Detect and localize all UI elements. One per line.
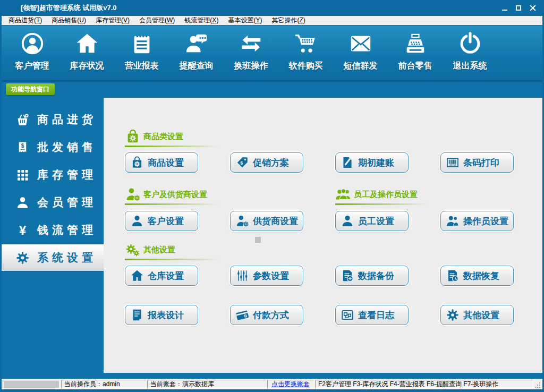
menu-item-cash-flow-management[interactable]: 钱流管理(X) xyxy=(180,16,223,25)
feature-button-row: 客户设置供货商设置员工设置操作员设置 xyxy=(125,211,542,231)
section-header-customer-supplier-settings: 客户及供货商设置 xyxy=(125,186,303,205)
sidebar-item-label: 系统设置 xyxy=(37,250,97,265)
toolbar: 客户管理库存状况营业报表提醒查询换班操作软件购买短信群发前台零售退出系统 xyxy=(2,25,542,82)
menu-item-hotkey: Y xyxy=(256,16,260,24)
feature-button-row: 报表设计付款方式查看日志其他设置 xyxy=(125,305,542,325)
maximize-icon[interactable] xyxy=(516,5,521,11)
menu-item-label: 基本设置 xyxy=(228,16,253,24)
feature-button-label: 条码打印 xyxy=(463,157,499,169)
toolbar-item-exit-system[interactable]: 退出系统 xyxy=(443,31,497,72)
toolbar-item-label: 提醒查询 xyxy=(180,61,214,72)
section-header-goods-category-settings: 商品类设置 xyxy=(125,129,303,147)
envelope-icon xyxy=(348,31,373,56)
toolbar-item-label: 换班操作 xyxy=(234,61,268,72)
main-content: 商品类设置商品设置$促销方案期初建账98758条码打印客户及供货商设置员工及操作… xyxy=(104,98,542,373)
status-blank-panel xyxy=(3,380,60,389)
person-gear-icon xyxy=(125,186,141,202)
nav-panel-tab: 功能导航窗口 xyxy=(6,83,55,95)
feature-button-data-restore[interactable]: 数据恢复 xyxy=(440,266,514,286)
feature-button-barcode-print[interactable]: 98758条码打印 xyxy=(440,152,514,173)
toolbar-item-label: 客户管理 xyxy=(15,61,49,72)
feature-button-label: 其他设置 xyxy=(463,309,499,321)
menu-item-other-operations[interactable]: 其它操作(Z) xyxy=(267,16,310,25)
price-tag-icon: $ xyxy=(235,156,249,169)
feature-button-other-settings[interactable]: 其他设置 xyxy=(440,305,514,325)
toolbar-item-shift-change[interactable]: 换班操作 xyxy=(224,31,278,72)
feature-button-view-log[interactable]: 查看日志 xyxy=(335,305,409,325)
section-header-row: 商品类设置 xyxy=(125,129,542,147)
home-icon xyxy=(130,269,144,283)
menu-item-member-management[interactable]: 会员管理(W) xyxy=(134,16,180,25)
feature-button-data-backup[interactable]: 数据备份 xyxy=(335,266,409,286)
resize-grip-icon[interactable] xyxy=(534,380,541,389)
section-title: 其他设置 xyxy=(143,245,175,255)
feature-button-parameter-settings[interactable]: 参数设置 xyxy=(230,266,303,286)
toolbar-item-business-report[interactable]: 营业报表 xyxy=(114,31,169,72)
switch-account-link[interactable]: 点击更换账套 xyxy=(271,380,310,389)
person-circle-icon xyxy=(20,31,45,56)
pen-document-icon xyxy=(341,156,354,169)
swap-arrows-icon xyxy=(239,31,264,56)
splitter-grip xyxy=(255,237,261,243)
feature-button-warehouse-settings[interactable]: 仓库设置 xyxy=(125,266,198,286)
menu-item-goods-sales[interactable]: 商品销售(U) xyxy=(47,16,91,25)
menu-item-hotkey: X xyxy=(212,16,216,24)
sidebar-item-system-settings[interactable]: 系统设置 xyxy=(2,244,104,271)
notepad-icon xyxy=(130,31,154,56)
toolbar-item-sms-broadcast[interactable]: 短信群发 xyxy=(333,31,388,72)
minimize-icon[interactable] xyxy=(502,5,507,11)
person-icon xyxy=(15,195,30,210)
menu-item-hotkey: T xyxy=(36,16,40,24)
section-header-employee-operator-settings: 员工及操作员设置 xyxy=(335,186,514,205)
menu-item-basic-settings[interactable]: 基本设置(Y) xyxy=(223,16,267,25)
sliders-icon xyxy=(235,269,249,283)
toolbar-item-software-purchase[interactable]: 软件购买 xyxy=(278,31,333,72)
toolbar-item-inventory-status[interactable]: 库存状况 xyxy=(60,31,114,72)
person-icon xyxy=(130,214,144,228)
feature-button-label: 客户设置 xyxy=(148,215,184,227)
close-icon[interactable] xyxy=(530,5,536,11)
feature-button-initial-accounts[interactable]: 期初建账 xyxy=(335,152,409,173)
status-hotkeys: F2客户管理 F3-库存状况 F4-营业报表 F6-提醒查询 F7-换班操作 xyxy=(315,380,533,389)
feature-button-supplier-settings[interactable]: 供货商设置 xyxy=(230,211,303,231)
feature-button-report-design[interactable]: 报表设计 xyxy=(125,305,198,325)
gear-icon xyxy=(446,308,460,322)
toolbar-item-pos-retail[interactable]: 前台零售 xyxy=(388,31,443,72)
feature-button-promotion-plan[interactable]: $促销方案 xyxy=(230,152,303,173)
feature-button-payment-method[interactable]: 付款方式 xyxy=(230,305,303,325)
window-controls xyxy=(502,5,536,11)
feature-button-operator-settings[interactable]: 操作员设置 xyxy=(440,211,514,231)
feature-button-goods-settings[interactable]: 商品设置 xyxy=(125,152,198,173)
section-header-row: 其他设置 xyxy=(125,242,542,260)
feature-button-employee-settings[interactable]: 员工设置 xyxy=(335,211,409,231)
svg-text:$: $ xyxy=(21,143,24,149)
feature-button-row: 仓库设置参数设置数据备份数据恢复 xyxy=(125,266,542,286)
feature-button-row: 商品设置$促销方案期初建账98758条码打印 xyxy=(125,152,542,173)
sidebar-item-inventory-management[interactable]: 库存管理 xyxy=(2,161,104,189)
feature-button-label: 促销方案 xyxy=(253,157,289,169)
section-underline xyxy=(125,146,229,147)
gears-icon xyxy=(125,242,141,258)
sidebar-item-cash-flow-management[interactable]: ¥钱流管理 xyxy=(2,216,104,244)
toolbar-item-label: 短信群发 xyxy=(344,61,378,72)
feature-button-customer-settings[interactable]: 客户设置 xyxy=(125,211,198,231)
toolbar-item-label: 前台零售 xyxy=(398,61,432,72)
sidebar-item-wholesale-sales[interactable]: $批发销售 xyxy=(2,133,104,161)
feature-button-label: 参数设置 xyxy=(253,270,289,282)
menu-item-hotkey: U xyxy=(79,16,84,24)
sidebar-item-goods-purchase[interactable]: 商品进货 xyxy=(2,106,104,133)
menu-item-goods-purchase[interactable]: 商品进货(T) xyxy=(4,16,47,25)
feature-button-label: 数据恢复 xyxy=(463,270,499,282)
section-header-row: 客户及供货商设置员工及操作员设置 xyxy=(125,186,542,205)
person-gear-icon xyxy=(235,214,249,228)
sidebar-item-member-management[interactable]: 会员管理 xyxy=(2,189,104,216)
status-account: 当前账套：演示数据库 xyxy=(147,380,266,389)
home-icon xyxy=(75,31,99,56)
toolbar-item-customer-management[interactable]: 客户管理 xyxy=(5,31,60,72)
barcode-icon: 98758 xyxy=(446,156,460,169)
menu-item-inventory-management[interactable]: 库存管理(V) xyxy=(91,16,134,25)
report-icon xyxy=(130,308,144,322)
feature-button-label: 报表设计 xyxy=(148,309,184,321)
credit-card-icon xyxy=(235,308,249,322)
toolbar-item-reminder-query[interactable]: 提醒查询 xyxy=(169,31,224,72)
